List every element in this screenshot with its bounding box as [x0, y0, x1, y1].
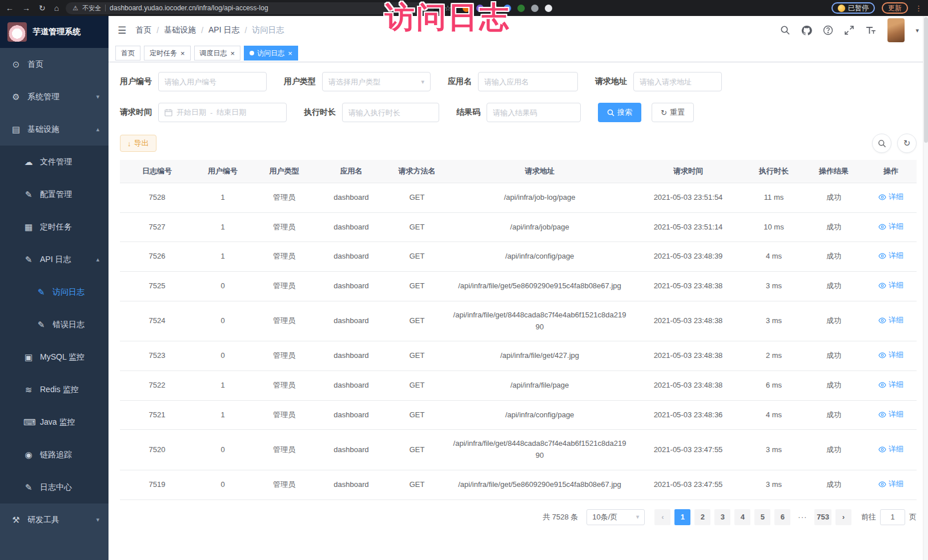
filter-input[interactable]: ▾: [633, 72, 722, 91]
page-button[interactable]: 1: [674, 509, 690, 525]
filter-input[interactable]: ▾: [478, 72, 578, 91]
breadcrumb-item[interactable]: 访问日志: [252, 25, 284, 35]
detail-link[interactable]: 详细: [878, 379, 903, 391]
search-icon[interactable]: [780, 25, 790, 35]
table-row: 7519 0 管理员 dashboard GET /api/infra/file…: [120, 470, 917, 500]
filter-input[interactable]: [487, 103, 581, 122]
detail-link[interactable]: 详细: [878, 349, 903, 361]
page-button[interactable]: 5: [754, 509, 770, 525]
sidebar-item[interactable]: ⌨ Java 监控: [0, 406, 109, 438]
reload-icon[interactable]: ↻: [39, 3, 46, 13]
detail-link[interactable]: 详细: [878, 444, 903, 456]
close-icon[interactable]: ×: [288, 49, 292, 58]
help-icon[interactable]: [823, 25, 833, 35]
sidebar-item[interactable]: ✎ 日志中心: [0, 471, 109, 503]
detail-link[interactable]: 详细: [878, 191, 903, 203]
page-button[interactable]: 3: [714, 509, 730, 525]
export-button[interactable]: ↓ 导出: [120, 135, 156, 152]
prev-page-button[interactable]: ‹: [654, 509, 670, 525]
detail-link[interactable]: 详细: [878, 221, 903, 233]
text-input[interactable]: [164, 78, 260, 86]
extension-icon[interactable]: [545, 5, 552, 12]
field-label: 结果码: [456, 107, 480, 118]
extension-icon[interactable]: [490, 5, 497, 12]
reset-button[interactable]: ↻ 重置: [652, 103, 694, 122]
sidebar-toggle-icon[interactable]: ☰: [118, 25, 126, 37]
detail-link[interactable]: 详细: [878, 478, 903, 490]
text-input[interactable]: [493, 108, 575, 117]
page-button[interactable]: 6: [774, 509, 790, 525]
extension-icon[interactable]: [504, 5, 511, 12]
user-avatar[interactable]: [887, 18, 905, 42]
bookmark-icon[interactable]: ☆: [444, 4, 451, 13]
detail-link[interactable]: 详细: [878, 409, 903, 421]
profile-badge[interactable]: 已暂停: [831, 2, 875, 14]
sidebar-item[interactable]: ⊙ 首页: [0, 48, 109, 80]
page-button[interactable]: 4: [734, 509, 750, 525]
extension-icon[interactable]: [531, 5, 539, 12]
sidebar-item[interactable]: ▣ MySQL 监控: [0, 341, 109, 373]
breadcrumb-item[interactable]: 基础设施: [164, 25, 196, 35]
sidebar-item[interactable]: ⚒ 研发工具 ▾: [0, 503, 109, 536]
detail-link[interactable]: 详细: [878, 250, 903, 262]
detail-link[interactable]: 详细: [878, 315, 903, 327]
page-scrollbar[interactable]: [923, 16, 928, 560]
view-tab[interactable]: 调度日志 ×: [194, 46, 241, 61]
search-button[interactable]: 搜索: [598, 103, 641, 122]
sidebar-item[interactable]: ☁ 文件管理: [0, 146, 109, 178]
sidebar-item[interactable]: ▦ 定时任务: [0, 211, 109, 243]
page-button[interactable]: 2: [694, 509, 710, 525]
home-icon[interactable]: ⌂: [54, 3, 59, 13]
update-button[interactable]: 更新: [882, 2, 908, 14]
cell-log-id: 7525: [120, 272, 194, 301]
next-page-button[interactable]: ›: [835, 509, 851, 525]
goto-page-input[interactable]: [880, 509, 905, 525]
extension-icon[interactable]: [463, 5, 470, 12]
cell-app-name: dashboard: [317, 212, 385, 242]
page-size-select[interactable]: 10条/页 ▾: [586, 509, 645, 525]
fullscreen-icon[interactable]: [844, 25, 854, 35]
view-tab-label: 访问日志: [257, 49, 284, 58]
github-icon[interactable]: [801, 25, 812, 36]
detail-link[interactable]: 详细: [878, 280, 903, 292]
sidebar-item[interactable]: ✎ 访问日志: [0, 276, 109, 308]
app-logo[interactable]: 芋道管理系统: [0, 16, 109, 48]
sidebar-item[interactable]: ✎ 配置管理: [0, 178, 109, 211]
font-size-icon[interactable]: [865, 25, 877, 35]
refresh-table-button[interactable]: ↻: [897, 134, 917, 153]
caret-down-icon[interactable]: ▾: [915, 27, 919, 34]
address-bar[interactable]: ⚠ 不安全 dashboard.yudao.iocoder.cn/infra/l…: [66, 2, 434, 14]
text-input[interactable]: [484, 78, 572, 86]
toggle-search-button[interactable]: [872, 134, 891, 153]
sidebar-item[interactable]: ▤ 基础设施 ▴: [0, 113, 109, 146]
sidebar-item[interactable]: ◉ 链路追踪: [0, 438, 109, 471]
scrollbar-thumb[interactable]: [924, 17, 928, 143]
view-tab[interactable]: 访问日志 ×: [244, 46, 298, 61]
close-icon[interactable]: ×: [231, 49, 235, 58]
breadcrumb-item[interactable]: API 日志: [208, 25, 239, 35]
page-button[interactable]: ···: [794, 509, 810, 525]
forward-icon[interactable]: →: [22, 3, 30, 13]
text-input[interactable]: [348, 108, 433, 117]
view-tab[interactable]: 定时任务 ×: [144, 46, 191, 61]
sidebar-item[interactable]: ⚙ 系统管理 ▾: [0, 80, 109, 113]
view-tab[interactable]: 首页 ×: [115, 46, 140, 61]
filter-input[interactable]: ▾: [158, 72, 267, 91]
text-input[interactable]: [640, 78, 716, 86]
back-icon[interactable]: ←: [6, 3, 14, 13]
sidebar-item[interactable]: ✎ 错误日志: [0, 308, 109, 341]
menu-icon: ▦: [23, 222, 34, 232]
text-input[interactable]: [328, 78, 417, 86]
breadcrumb-item[interactable]: 首页: [135, 25, 151, 35]
close-icon[interactable]: ×: [180, 49, 185, 58]
page-button[interactable]: 753: [814, 509, 831, 525]
extension-icon[interactable]: [476, 5, 484, 12]
extension-icon[interactable]: [517, 5, 525, 12]
security-warning-icon[interactable]: ⚠: [73, 5, 78, 12]
filter-input[interactable]: [342, 103, 439, 122]
sidebar-item[interactable]: ✎ API 日志 ▴: [0, 243, 109, 276]
browser-menu-icon[interactable]: ⋮: [915, 4, 922, 13]
daterange-picker[interactable]: 开始日期 - 结束日期: [158, 103, 287, 122]
filter-input[interactable]: ▾: [322, 72, 431, 91]
sidebar-item[interactable]: ≋ Redis 监控: [0, 373, 109, 406]
